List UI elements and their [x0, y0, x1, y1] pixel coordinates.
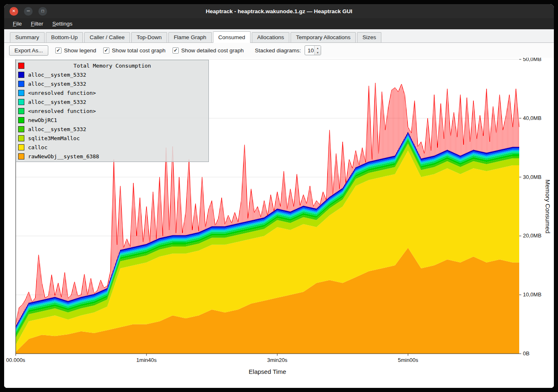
close-button[interactable]: [9, 7, 18, 16]
checkbox-show-total-cost-graph-label: Show total cost graph: [112, 47, 166, 54]
x-tick-label: 1min40s: [136, 357, 157, 363]
tab-consumed[interactable]: Consumed: [213, 31, 251, 43]
y-tick-label: 10,0MB: [523, 291, 541, 298]
legend-label: rawNewObj__system_6388: [28, 153, 99, 160]
window-title: Heaptrack - heaptrack.wakunode.1.gz — He…: [4, 8, 554, 14]
legend-swatch: [18, 99, 24, 105]
tab-sizes[interactable]: Sizes: [357, 32, 381, 42]
tab-caller-callee[interactable]: Caller / Callee: [84, 32, 130, 42]
legend-item: alloc__system_5332: [17, 79, 208, 88]
legend-item: newObjRC1: [17, 115, 208, 124]
tab-bottom-up[interactable]: Bottom-Up: [46, 32, 83, 42]
legend-title-row: Total Memory Consumption: [17, 61, 208, 70]
tab-flame-graph[interactable]: Flame Graph: [168, 32, 212, 42]
stacked-diagrams-value: 10: [305, 46, 314, 55]
checkbox-show-detailed-cost-graph[interactable]: Show detailed cost graph: [173, 47, 244, 54]
legend-label: alloc__system_5332: [28, 126, 86, 132]
chart-legend: Total Memory Consumptionalloc__system_53…: [16, 60, 209, 162]
legend-item: alloc__system_5332: [17, 124, 208, 134]
legend-item: alloc__system_5332: [17, 97, 208, 106]
legend-swatch: [18, 108, 24, 114]
heaptrack-window: Heaptrack - heaptrack.wakunode.1.gz — He…: [4, 4, 554, 388]
legend-label: <unresolved function>: [28, 90, 96, 96]
checkbox-show-legend[interactable]: Show legend: [55, 47, 96, 54]
legend-item: sqlite3MemMalloc: [17, 134, 208, 143]
export-as-button[interactable]: Export As...: [9, 45, 48, 56]
memory-consumption-chart: 00.000s1min40s3min20s5min00s0B10,0MB20,0…: [4, 58, 554, 388]
legend-item: <unresolved function>: [17, 88, 208, 97]
checkbox-show-legend-box[interactable]: [55, 47, 61, 54]
checkbox-show-detailed-cost-graph-box[interactable]: [173, 47, 179, 54]
main-area: Summary Bottom-Up Caller / Callee Top-Do…: [4, 29, 554, 388]
legend-swatch: [18, 153, 24, 160]
titlebar: Heaptrack - heaptrack.wakunode.1.gz — He…: [4, 4, 554, 18]
x-tick-label: 3min20s: [267, 357, 288, 363]
checkbox-show-legend-label: Show legend: [64, 47, 96, 54]
legend-label: <unresolved function>: [28, 108, 96, 114]
tab-allocations[interactable]: Allocations: [252, 32, 289, 42]
legend-swatch: [18, 135, 24, 141]
spinner-buttons: [314, 46, 321, 55]
tab-top-down[interactable]: Top-Down: [131, 32, 167, 42]
legend-swatch: [18, 81, 24, 87]
legend-label: newObjRC1: [28, 117, 57, 123]
y-tick-label: 30,0MB: [523, 174, 541, 180]
x-axis-title: Elapsed Time: [249, 368, 286, 375]
toolbar: Export As... Show legend Show total cost…: [4, 43, 554, 58]
spinner-down-icon[interactable]: [314, 50, 321, 55]
checkbox-show-total-cost-graph[interactable]: Show total cost graph: [103, 47, 166, 54]
legend-label: alloc__system_5332: [28, 99, 86, 105]
checkbox-show-total-cost-graph-box[interactable]: [103, 47, 109, 54]
legend-swatch: [18, 126, 24, 132]
checkbox-show-detailed-cost-graph-label: Show detailed cost graph: [181, 47, 244, 54]
legend-item: alloc__system_5332: [17, 70, 208, 79]
legend-swatch: [18, 72, 24, 78]
legend-label: Total Memory Consumption: [28, 63, 196, 69]
menu-filter[interactable]: Filter: [26, 19, 48, 28]
tab-temporary-allocations[interactable]: Temporary Allocations: [291, 32, 356, 42]
y-tick-label: 50,0MB: [523, 58, 541, 62]
tab-summary[interactable]: Summary: [10, 32, 45, 42]
tab-bar: Summary Bottom-Up Caller / Callee Top-Do…: [4, 29, 554, 43]
legend-item: <unresolved function>: [17, 106, 208, 115]
y-tick-label: 20,0MB: [523, 232, 541, 239]
menu-settings[interactable]: Settings: [48, 19, 77, 28]
legend-label: alloc__system_5332: [28, 81, 86, 87]
y-tick-label: 0B: [523, 350, 530, 357]
legend-label: calloc: [28, 144, 47, 150]
legend-label: sqlite3MemMalloc: [28, 135, 80, 141]
legend-swatch: [18, 117, 24, 123]
stacked-diagrams-label: Stacked diagrams:: [255, 47, 301, 54]
y-tick-label: 40,0MB: [523, 115, 541, 121]
maximize-button[interactable]: [38, 7, 47, 16]
legend-swatch: [18, 90, 24, 96]
x-tick-label: 00.000s: [6, 357, 26, 363]
minimize-button[interactable]: [24, 7, 33, 16]
menubar: File Filter Settings: [4, 18, 554, 29]
legend-item: rawNewObj__system_6388: [17, 152, 208, 161]
spinner-up-icon[interactable]: [314, 46, 321, 50]
legend-label: alloc__system_5332: [28, 72, 86, 78]
legend-item: calloc: [17, 143, 208, 152]
stacked-diagrams-spinner[interactable]: 10: [305, 45, 321, 55]
menu-file[interactable]: File: [8, 19, 26, 28]
legend-swatch: [18, 144, 24, 150]
window-controls: [4, 7, 47, 16]
y-axis-title: Memory Consumed: [544, 180, 551, 234]
legend-swatch: [18, 63, 24, 69]
x-tick-label: 5min00s: [398, 357, 418, 363]
